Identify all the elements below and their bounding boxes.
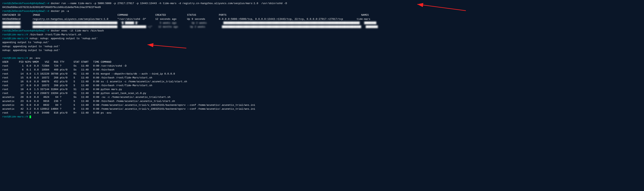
prompt-3: root@iZm5ecdofxuxo4qbhdy0ewZ:~# bbox=[2, 29, 51, 32]
prompt-5: root@tide-mars:/# bbox=[2, 37, 30, 40]
line-ps-axu-header: USER PID %CPU %MEM VSZ RSS TTY STAT STAR… bbox=[2, 60, 642, 64]
line-container-2: ████████████ ███████████████████████████… bbox=[2, 21, 642, 25]
blank-line bbox=[2, 52, 642, 56]
ps-row-4: root 15 0.0 0.0 18372 268 pts/0 S 11:40 … bbox=[2, 76, 642, 80]
ps-row-3: root 14 8.0 1.5 162220 30788 pts/0 Rl 11… bbox=[2, 72, 642, 76]
line-ps-axu-cmd: root@tide-mars:/# ps -axu bbox=[2, 56, 642, 60]
nohup-output-3: nohup: appending output to 'nohup.out' bbox=[2, 45, 60, 48]
cmd-ps-axu: ps -axu bbox=[30, 57, 40, 60]
line-container-1: 0415bd580ecd registry.cn-hangzhou.aliyun… bbox=[2, 17, 642, 21]
ps-row-1: root 1 0.0 0.0 72304 724 ? Ss 11:40 0:00… bbox=[2, 64, 642, 68]
container-row-1: 0415bd580ecd registry.cn-hangzhou.aliyun… bbox=[2, 18, 370, 20]
line-final-prompt: root@tide-mars:/# bbox=[2, 115, 642, 119]
ps-row-7: root 18 4.6 1.5 337144 31904 pts/0 Sl 11… bbox=[2, 88, 642, 92]
ps-header-text: CONTAINER ID IMAGE COMMAND CREATED STATU… bbox=[2, 14, 369, 16]
cmd-docker-run: docker run --name tide-mars -p 5000:5000… bbox=[51, 2, 287, 5]
ps-row-6: root 17 0.0 0.0 18372 268 pts/0 S 11:40 … bbox=[2, 84, 642, 88]
line-nohup-1: root@tide-mars:/# nohup: nohup: appendin… bbox=[2, 37, 642, 40]
line-hash: 0415bd580ecd3762313c0269146f36b85f6ccb66… bbox=[2, 6, 642, 9]
ps-row-10: acunetix 23 0.0 0.0 9916 236 ? S 11:40 0… bbox=[2, 100, 642, 103]
terminal-window: root@iZm5ecdofxuxo4qbhdy0ewZ:~# docker r… bbox=[0, 0, 644, 191]
container-row-3-blurred: ████████████ ███████████████████████████… bbox=[2, 25, 378, 29]
cmd-docker-exec: docker exec -it tide-mars /bin/bash bbox=[51, 29, 104, 32]
ps-row-9: acunetix 20 0.0 0.0 4624 64 ? Ss 11:40 0… bbox=[2, 95, 642, 99]
prompt-4: root@tide-mars:/# bbox=[2, 33, 30, 36]
container-hash: 0415bd580ecd3762313c0269146f36b85f6ccb66… bbox=[2, 6, 101, 9]
prompt-1: root@iZm5ecdofxuxo4qbhdy0ewZ:~# bbox=[2, 2, 51, 5]
nohup-output-1: nohup: nohup: appending output to 'nohup… bbox=[30, 37, 98, 40]
prompt-final: root@tide-mars:/# bbox=[2, 115, 30, 118]
nohup-output-2: appending output to 'nohup.out' bbox=[2, 41, 49, 44]
line-docker-exec: root@iZm5ecdofxuxo4qbhdy0ewZ:~# docker e… bbox=[2, 29, 642, 33]
ps-row-5: root 16 0.0 0.0 60076 452 pts/0 S 11:40 … bbox=[2, 80, 642, 84]
line-ps-header: CONTAINER ID IMAGE COMMAND CREATED STATU… bbox=[2, 13, 642, 17]
prompt-2: root@iZm5ecdofxuxo4qbhdy0ewZ:~# bbox=[2, 10, 51, 12]
ps-axu-header-text: USER PID %CPU %MEM VSZ RSS TTY STAT STAR… bbox=[2, 60, 112, 64]
container-row-2-blurred: ████████████ ███████████████████████████… bbox=[2, 21, 376, 25]
cmd-start-sh: /bin/bash /root/Tide-Mars/start.sh bbox=[30, 33, 81, 36]
ps-row-2: root 6 0.1 0.0 18504 460 pts/0 Ss 11:40 … bbox=[2, 68, 642, 72]
line-nohup-2: appending output to 'nohup.out' bbox=[2, 40, 642, 44]
terminal-cursor bbox=[30, 116, 31, 118]
ps-row-8: root 19 3.4 0.9 236872 19204 pts/0 Sl 11… bbox=[2, 92, 642, 95]
prompt-6: root@tide-mars:/# bbox=[2, 57, 30, 60]
ps-row-13: root 46 2.2 0.0 34400 816 pts/0 R+ 11:40… bbox=[2, 111, 642, 115]
nohup-output-4: nohup: appending output to 'nohup.out' bbox=[2, 49, 60, 52]
line-nohup-4: nohup: appending output to 'nohup.out' bbox=[2, 48, 642, 52]
line-nohup-3: nohup: appending output to 'nohup.out' bbox=[2, 45, 642, 48]
line-docker-run: root@iZm5ecdofxuxo4qbhdy0ewZ:~# docker r… bbox=[2, 2, 642, 6]
ps-row-12: acunetix 42 3.2 0.6 120912 14004 ? D 11:… bbox=[2, 107, 642, 111]
line-container-3: ████████████ ███████████████████████████… bbox=[2, 25, 642, 29]
line-docker-ps: root@iZm5ecdofxuxo4qbhdy0ewZ:~# docker p… bbox=[2, 9, 642, 13]
ps-row-11: acunetix 41 0.0 0.0 8832 84 ? S 11:40 0:… bbox=[2, 103, 642, 107]
line-start-sh: root@tide-mars:/# /bin/bash /root/Tide-M… bbox=[2, 33, 642, 37]
cmd-docker-ps: docker ps -a bbox=[51, 10, 69, 12]
